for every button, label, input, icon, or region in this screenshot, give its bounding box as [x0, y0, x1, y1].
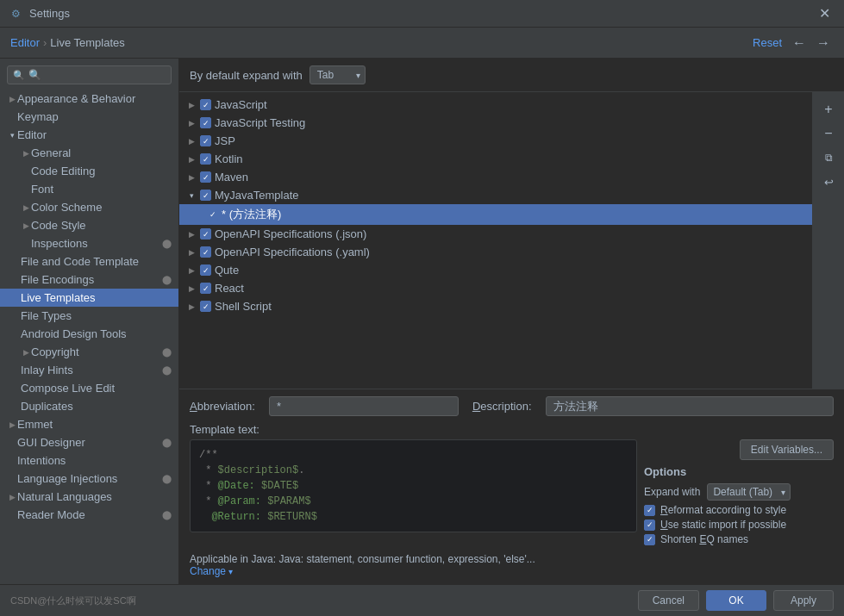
change-link[interactable]: Change ▾ [190, 565, 233, 577]
sidebar-item-label: Language Injections [17, 472, 117, 485]
sidebar-item-language-injections[interactable]: Language Injections ⬤ [0, 470, 178, 488]
window-title: Settings [29, 7, 814, 20]
sidebar-item-code-style[interactable]: ▶ Code Style [0, 216, 178, 234]
group-checkbox[interactable]: ✓ [200, 301, 211, 312]
sidebar-item-appearance[interactable]: ▶ Appearance & Behavior [0, 90, 178, 108]
remove-button[interactable]: − [818, 123, 839, 144]
sidebar-item-gui-designer[interactable]: GUI Designer ⬤ [0, 433, 178, 451]
template-group-maven[interactable]: ▶ ✓ Maven [179, 168, 812, 186]
sidebar-item-label: Android Design Tools [21, 327, 127, 340]
group-checkbox[interactable]: ✓ [200, 283, 211, 294]
abbreviation-input[interactable] [269, 396, 459, 416]
static-import-checkbox-row: ✓ Use static import if possible [644, 519, 834, 531]
group-checkbox[interactable]: ✓ [200, 246, 211, 258]
template-group-javascript[interactable]: ▶ ✓ JavaScript [179, 96, 812, 114]
breadcrumb-editor[interactable]: Editor [10, 36, 40, 49]
template-list: ▶ ✓ JavaScript ▶ ✓ JavaScript Testing ▶ … [179, 92, 812, 389]
expand-with-options-select[interactable]: Default (Tab) Tab Enter Space [707, 483, 791, 501]
sidebar-item-compose-live-edit[interactable]: Compose Live Edit [0, 379, 178, 397]
nav-forward-button[interactable]: → [813, 34, 834, 53]
expand-icon: ▶ [186, 172, 197, 183]
template-group-js-testing[interactable]: ▶ ✓ JavaScript Testing [179, 114, 812, 132]
sidebar-item-font[interactable]: Font [0, 180, 178, 198]
applicable-label: Applicable in Java: Java: statement, con… [190, 553, 535, 565]
abbreviation-label: Abbreviation: [190, 400, 255, 413]
ok-button[interactable]: OK [706, 590, 766, 611]
restore-button[interactable]: ↩ [818, 171, 839, 192]
template-group-react[interactable]: ▶ ✓ React [179, 279, 812, 297]
sidebar-item-file-code-template[interactable]: File and Code Template [0, 252, 178, 271]
static-import-checkbox[interactable]: ✓ [644, 520, 655, 531]
sidebar-item-code-editing[interactable]: Code Editing [0, 162, 178, 180]
template-group-openapi-yaml[interactable]: ▶ ✓ OpenAPI Specifications (.yaml) [179, 243, 812, 261]
shorten-eq-checkbox[interactable]: ✓ [644, 534, 655, 545]
add-button[interactable]: + [818, 99, 839, 120]
reader-mode-badge: ⬤ [162, 510, 172, 520]
sidebar-item-live-templates[interactable]: Live Templates [0, 289, 178, 307]
cancel-button[interactable]: Cancel [638, 590, 699, 611]
template-group-my-java[interactable]: ▾ ✓ MyJavaTemplate [179, 186, 812, 204]
group-checkbox[interactable]: ✓ [200, 135, 211, 146]
sidebar-item-intentions[interactable]: Intentions [0, 451, 178, 470]
abbreviation-row: Abbreviation: Description: [190, 396, 834, 416]
copy-button[interactable]: ⧉ [818, 147, 839, 168]
group-checkbox[interactable]: ✓ [200, 117, 211, 128]
expand-icon: ▶ [186, 136, 197, 146]
nav-back-button[interactable]: ← [789, 34, 810, 53]
search-box[interactable]: 🔍 [7, 65, 172, 84]
template-group-qute[interactable]: ▶ ✓ Qute [179, 261, 812, 279]
group-label: Kotlin [215, 152, 243, 165]
group-checkbox[interactable]: ✓ [200, 171, 211, 183]
template-group-kotlin[interactable]: ▶ ✓ Kotlin [179, 150, 812, 168]
apply-button[interactable]: Apply [773, 590, 834, 611]
gui-designer-badge: ⬤ [162, 438, 172, 447]
sidebar-item-label: Appearance & Behavior [17, 92, 135, 105]
sidebar-item-duplicates[interactable]: Duplicates [0, 397, 178, 415]
expand-icon: ▶ [21, 221, 31, 231]
template-item-method-comment[interactable]: ✓ * (方法注释) [179, 204, 812, 225]
template-code-editor[interactable]: /** * $description$. * @Date: $DATE$ * @… [190, 439, 637, 532]
reset-button[interactable]: Reset [753, 36, 782, 49]
sidebar-item-copyright[interactable]: ▶ Copyright ⬤ [0, 343, 178, 361]
reformat-checkbox[interactable]: ✓ [644, 505, 655, 516]
shorten-eq-label: Shorten EQ names [660, 533, 748, 545]
sidebar-item-label: Code Editing [31, 165, 95, 177]
sidebar-item-emmet[interactable]: ▶ Emmet [0, 415, 178, 433]
sidebar-item-keymap[interactable]: Keymap [0, 108, 178, 126]
template-group-jsp[interactable]: ▶ ✓ JSP [179, 132, 812, 150]
action-buttons: + − ⧉ ↩ [812, 92, 844, 389]
close-button[interactable]: ✕ [814, 3, 835, 23]
nav-buttons: ← → [789, 34, 834, 53]
sidebar-item-inlay-hints[interactable]: Inlay Hints ⬤ [0, 361, 178, 379]
group-checkbox[interactable]: ✓ [200, 99, 211, 110]
group-checkbox[interactable]: ✓ [200, 264, 211, 276]
expand-with-select[interactable]: Tab Enter Space [309, 65, 366, 84]
description-input[interactable] [546, 396, 834, 416]
sidebar-item-color-scheme[interactable]: ▶ Color Scheme [0, 198, 178, 216]
sidebar-item-label: File Encodings [21, 273, 94, 286]
title-bar: ⚙ Settings ✕ [0, 0, 844, 28]
sidebar-item-natural-languages[interactable]: ▶ Natural Languages [0, 488, 178, 506]
sidebar-item-android-design[interactable]: Android Design Tools [0, 325, 178, 343]
template-text-label: Template text: [190, 423, 834, 436]
template-group-shell-script[interactable]: ▶ ✓ Shell Script [179, 297, 812, 315]
edit-variables-button[interactable]: Edit Variables... [740, 439, 834, 460]
sidebar-item-inspections[interactable]: Inspections ⬤ [0, 234, 178, 252]
group-checkbox[interactable]: ✓ [200, 190, 211, 201]
shorten-eq-checkbox-row: ✓ Shorten EQ names [644, 533, 834, 545]
group-checkbox[interactable]: ✓ [200, 228, 211, 240]
breadcrumb: Editor › Live Templates [10, 36, 753, 49]
search-input[interactable] [28, 69, 166, 81]
breadcrumb-separator: › [43, 36, 47, 49]
template-group-openapi-json[interactable]: ▶ ✓ OpenAPI Specifications (.json) [179, 225, 812, 243]
sidebar-item-general[interactable]: ▶ General [0, 144, 178, 162]
sidebar-item-editor[interactable]: ▾ Editor [0, 126, 178, 144]
description-label: Description: [472, 400, 532, 413]
sidebar-item-file-types[interactable]: File Types [0, 307, 178, 325]
sidebar-item-file-encodings[interactable]: File Encodings ⬤ [0, 271, 178, 289]
sidebar-item-reader-mode[interactable]: Reader Mode ⬤ [0, 506, 178, 524]
group-checkbox[interactable]: ✓ [200, 153, 211, 165]
sidebar-item-label: GUI Designer [17, 436, 85, 449]
group-label: OpenAPI Specifications (.json) [215, 227, 366, 240]
item-checkbox[interactable]: ✓ [207, 209, 218, 221]
